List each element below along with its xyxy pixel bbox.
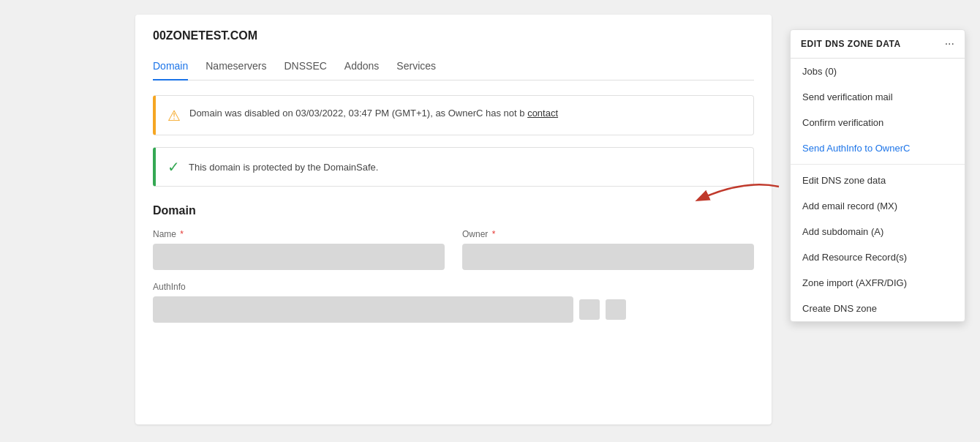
tab-bar: Domain Nameservers DNSSEC Addons Service… <box>153 54 754 80</box>
dropdown-menu: EDIT DNS ZONE DATA ··· Jobs (0) Send ver… <box>790 29 965 322</box>
owner-label: Owner * <box>462 229 754 239</box>
authinfo-copy-btn[interactable] <box>579 299 600 320</box>
authinfo-label: AuthInfo <box>153 282 754 292</box>
warning-alert: ⚠ Domain was disabled on 03/03/2022, 03:… <box>153 95 754 135</box>
name-label: Name * <box>153 229 445 239</box>
dropdown-divider-1 <box>791 164 965 165</box>
tab-services[interactable]: Services <box>396 54 436 80</box>
dropdown-item-edit-dns[interactable]: Edit DNS zone data <box>791 168 965 193</box>
dropdown-header: EDIT DNS ZONE DATA ··· <box>791 30 965 59</box>
dropdown-item-jobs[interactable]: Jobs (0) <box>791 59 965 84</box>
warning-icon: ⚠ <box>167 107 181 124</box>
authinfo-input-skeleton <box>153 296 573 323</box>
dropdown-item-zone-import[interactable]: Zone import (AXFR/DIG) <box>791 270 965 296</box>
name-input-skeleton <box>153 244 445 270</box>
warning-text: Domain was disabled on 03/03/2022, 03:47… <box>189 106 558 121</box>
form-row-name-owner: Name * Owner * <box>153 229 754 270</box>
tab-domain[interactable]: Domain <box>153 54 188 80</box>
success-text: This domain is protected by the DomainSa… <box>189 162 378 173</box>
dropdown-item-add-resource[interactable]: Add Resource Record(s) <box>791 244 965 270</box>
owner-input-skeleton <box>462 244 754 270</box>
dropdown-item-add-subdomain[interactable]: Add subdomain (A) <box>791 219 965 244</box>
tab-addons[interactable]: Addons <box>344 54 379 80</box>
tab-nameservers[interactable]: Nameservers <box>206 54 266 80</box>
owner-required: * <box>492 229 496 239</box>
contact-link[interactable]: contact <box>527 108 558 119</box>
success-alert: ✓ This domain is protected by the Domain… <box>153 147 754 187</box>
tab-dnssec[interactable]: DNSSEC <box>284 54 327 80</box>
dropdown-item-send-verification[interactable]: Send verification mail <box>791 84 965 110</box>
dropdown-item-create-dns[interactable]: Create DNS zone <box>791 296 965 321</box>
dropdown-item-send-authinfo[interactable]: Send AuthInfo to OwnerC <box>791 135 965 161</box>
name-field-group: Name * <box>153 229 445 270</box>
domain-section-title: Domain <box>153 204 754 217</box>
authinfo-field-group: AuthInfo <box>153 282 754 323</box>
content-area: 00ZONETEST.COM Domain Nameservers DNSSEC… <box>135 15 772 424</box>
sidebar <box>0 15 132 442</box>
dropdown-item-confirm-verification[interactable]: Confirm verification <box>791 110 965 135</box>
dots-menu-icon[interactable]: ··· <box>945 37 954 50</box>
dropdown-item-add-email[interactable]: Add email record (MX) <box>791 193 965 219</box>
name-required: * <box>180 229 184 239</box>
edit-dns-zone-button[interactable]: EDIT DNS ZONE DATA <box>801 39 901 49</box>
success-icon: ✓ <box>167 158 180 176</box>
main-container: 00ZONETEST.COM Domain Nameservers DNSSEC… <box>0 15 980 442</box>
owner-field-group: Owner * <box>462 229 754 270</box>
page-title: 00ZONETEST.COM <box>153 29 754 42</box>
form-row-authinfo: AuthInfo <box>153 282 754 323</box>
authinfo-refresh-btn[interactable] <box>606 299 626 320</box>
